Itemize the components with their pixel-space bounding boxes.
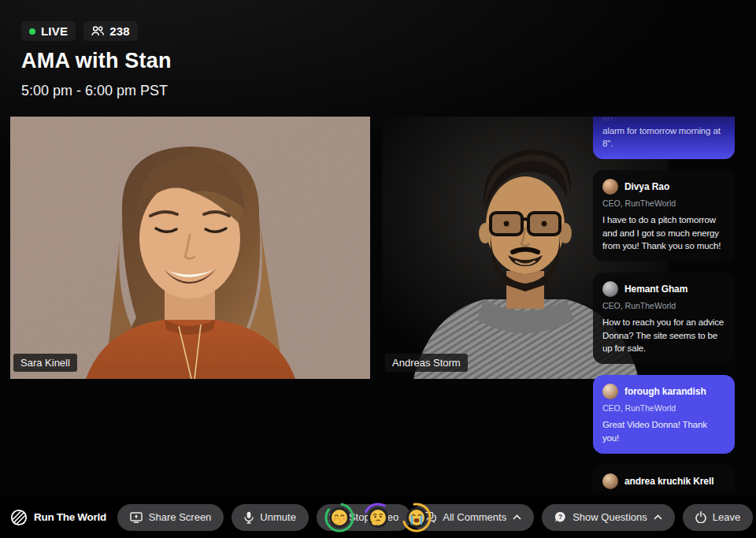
chat-message[interactable]: Divya Rao CEO, RunTheWorld I have to do …	[593, 170, 735, 262]
live-dot-icon	[29, 28, 35, 35]
viewer-count: 238	[109, 24, 130, 38]
chat-panel: set a bit like "OK Google, set an alarm …	[593, 117, 735, 490]
unmute-button[interactable]: Unmute	[232, 504, 309, 531]
header: LIVE 238	[21, 21, 138, 41]
viewer-count-badge[interactable]: 238	[83, 21, 138, 41]
avatar	[602, 281, 618, 297]
share-screen-button[interactable]: Share Screen	[117, 504, 224, 531]
screen-icon	[130, 512, 143, 523]
chat-author-role: CEO, RunTheWorld	[602, 403, 725, 413]
chat-author-name: andrea kruchik Krell	[624, 476, 713, 487]
brand-name: Run The World	[34, 511, 106, 523]
people-icon	[91, 26, 104, 36]
run-the-world-logo-icon	[9, 508, 28, 527]
participant-name-tag: Andreas Storm	[385, 354, 468, 372]
show-questions-label: Show Questions	[573, 511, 647, 523]
live-badge: LIVE	[21, 21, 76, 41]
chat-message-highlighted[interactable]: forough karandish CEO, RunTheWorld Great…	[593, 375, 735, 454]
crying-reaction-button[interactable]	[401, 502, 432, 533]
show-questions-button[interactable]: ? Show Questions	[542, 504, 675, 531]
chat-author-role: CEO, RunTheWorld	[602, 199, 725, 208]
leave-button[interactable]: Leave	[683, 504, 753, 531]
share-screen-label: Share Screen	[149, 511, 212, 523]
chat-message-text: alarm for tomorrow morning at 8".	[602, 124, 725, 150]
control-bar: Run The World Share Screen Unmute	[0, 496, 756, 538]
chat-author-name: Divya Rao	[624, 181, 669, 192]
question-bubble-icon: ?	[554, 511, 566, 523]
unmute-label: Unmute	[260, 511, 296, 523]
chat-message-text-faded: set a bit like "OK Google, set an	[602, 117, 725, 124]
participant-name-tag: Sara Kinell	[13, 354, 77, 372]
chat-message-text: How to reach you for an advice Donna? Th…	[602, 316, 725, 354]
live-event-screen: LIVE 238 AMA with Stan 5:00 pm - 6:00 pm…	[0, 0, 756, 538]
avatar	[602, 473, 618, 489]
chat-message[interactable]: Hemant Gham CEO, RunTheWorld How to reac…	[593, 273, 735, 364]
chevron-up-icon	[513, 514, 521, 520]
blushing-smile-reaction-button[interactable]	[324, 502, 355, 533]
thinking-reaction-button[interactable]	[362, 502, 394, 533]
svg-text:?: ?	[558, 513, 562, 521]
sara-video-frame	[10, 117, 370, 379]
chat-message-partial[interactable]: set a bit like "OK Google, set an alarm …	[593, 117, 735, 159]
event-time: 5:00 pm - 6:00 pm PST	[21, 83, 168, 99]
avatar	[602, 384, 618, 399]
chat-message-text: Great Video Donna! Thank you!	[602, 418, 725, 444]
video-tile-sara: Sara Kinell	[10, 117, 370, 379]
crying-emoji-icon	[408, 509, 425, 526]
blushing-smile-emoji-icon	[331, 509, 348, 526]
leave-label: Leave	[713, 511, 740, 523]
reaction-buttons	[324, 502, 432, 533]
microphone-icon	[244, 511, 254, 524]
chat-message[interactable]: andrea kruchik Krell CEO, RunTheWorld Ye…	[593, 465, 735, 490]
thinking-emoji-icon	[369, 509, 387, 526]
brand: Run The World	[9, 508, 106, 527]
all-comments-label: All Comments	[443, 511, 506, 523]
chat-author-role: CEO, RunTheWorld	[602, 301, 725, 310]
page-title: AMA with Stan	[21, 49, 172, 73]
chevron-up-icon	[654, 514, 662, 520]
live-label: LIVE	[41, 24, 68, 38]
power-icon	[695, 511, 706, 523]
avatar	[602, 179, 618, 195]
chat-message-text: I have to do a pitch tomorrow and and I …	[602, 213, 725, 252]
chat-author-name: Hemant Gham	[624, 284, 687, 295]
chat-author-name: forough karandish	[624, 386, 706, 397]
